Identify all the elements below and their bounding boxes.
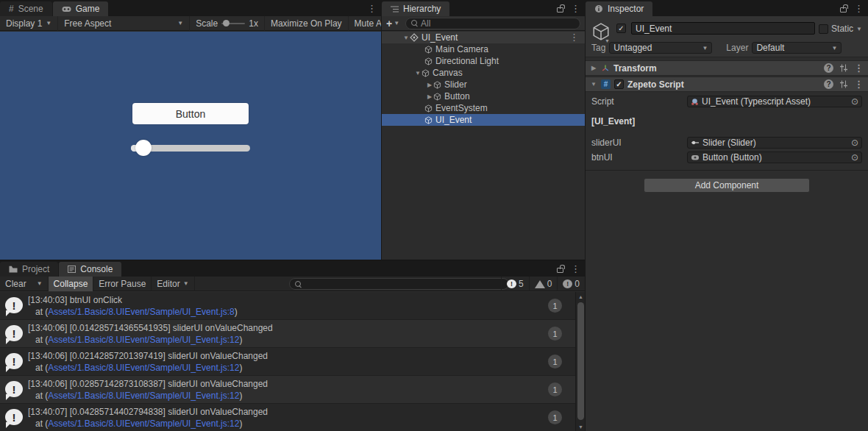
console-log-entry[interactable]: ! [13:40:03] btnUI onClick at (Assets/1.… — [0, 292, 575, 320]
foldout-closed-icon[interactable]: ▶ — [426, 82, 433, 88]
help-icon[interactable]: ? — [824, 79, 833, 89]
lock-icon[interactable] — [557, 7, 563, 13]
log-file-link[interactable]: Assets/1.Basic/8.UIEvent/Sample/UI_Event… — [48, 391, 239, 401]
clear-dropdown-button[interactable]: ▼ — [32, 277, 49, 291]
hierarchy-item-canvas[interactable]: ▼ Canvas — [382, 67, 585, 79]
scroll-up-icon[interactable]: ▲ — [576, 292, 586, 302]
create-object-button[interactable]: +▼ — [385, 18, 401, 29]
scene-header-row[interactable]: ▼ UI_Event ⋮ — [382, 32, 585, 43]
foldout-open-icon[interactable]: ▼ — [414, 70, 421, 76]
hierarchy-item-eventsystem[interactable]: EventSystem — [382, 102, 585, 114]
active-checkbox[interactable]: ✓ — [616, 24, 626, 33]
error-pause-toggle[interactable]: Error Pause — [93, 277, 152, 291]
game-ui-button[interactable]: Button — [132, 103, 249, 124]
console-menu-kebab-icon[interactable]: ⋮ — [571, 264, 580, 274]
log-info-icon: ! — [5, 381, 23, 397]
tab-inspector-label: Inspector — [608, 4, 644, 14]
add-component-button[interactable]: Add Component — [644, 178, 810, 193]
scene-name: UI_Event — [421, 32, 458, 43]
foldout-open-icon[interactable]: ▼ — [590, 81, 597, 88]
hierarchy-item-main-camera[interactable]: Main Camera — [382, 43, 585, 55]
lock-icon[interactable] — [557, 268, 563, 273]
presets-icon[interactable] — [839, 80, 848, 88]
slider-knob[interactable] — [135, 140, 152, 156]
console-scrollbar[interactable]: ▲ ▼ — [575, 292, 585, 431]
console-log-entry[interactable]: ! [13:40:06] [0.02857142873108387] slide… — [0, 376, 575, 404]
object-picker-icon[interactable]: ⊙ — [851, 97, 858, 106]
warning-count-toggle[interactable]: 0 — [529, 277, 558, 291]
game-menu-kebab-icon[interactable]: ⋮ — [367, 4, 377, 13]
console-log-entry[interactable]: ! [13:40:06] [0.02142857201397419] slide… — [0, 348, 575, 376]
transform-component-header[interactable]: ▶ Transform ? ⋮ — [586, 60, 868, 76]
object-picker-icon[interactable]: ⊙ — [851, 138, 858, 147]
console-search-input[interactable] — [289, 278, 509, 290]
plus-icon: + — [386, 18, 392, 29]
game-ui-slider[interactable] — [131, 140, 250, 156]
inspector-menu-kebab-icon[interactable]: ⋮ — [854, 4, 864, 13]
tab-scene[interactable]: # Scene — [0, 1, 52, 16]
sliderui-object-field[interactable]: Slider (Slider) ⊙ — [687, 137, 862, 149]
log-file-link[interactable]: Assets/1.Basic/8.UIEvent/Sample/UI_Event… — [48, 335, 239, 345]
console-toolbar: Clear ▼ Collapse Error Pause Editor▼ ! 5 — [0, 277, 585, 291]
console-log-list: ! [13:40:03] btnUI onClick at (Assets/1.… — [0, 292, 575, 431]
layer-label: Layer — [726, 43, 748, 53]
tab-inspector[interactable]: Inspector — [586, 1, 652, 16]
layer-dropdown[interactable]: Default▼ — [752, 42, 842, 54]
object-picker-icon[interactable]: ⊙ — [851, 153, 858, 162]
editor-dropdown[interactable]: Editor▼ — [152, 277, 194, 291]
scale-slider[interactable] — [221, 23, 245, 24]
console-log-entry[interactable]: ! [13:40:07] [0.04285714402794838] slide… — [0, 404, 575, 431]
script-object-field[interactable]: UI_Event (Typescript Asset) ⊙ — [687, 96, 862, 107]
zepeto-script-component-header[interactable]: ▼ # ✓ Zepeto Script ? ⋮ — [586, 76, 868, 92]
hierarchy-search-input[interactable]: All — [405, 18, 580, 29]
error-count-toggle[interactable]: ! 0 — [557, 277, 585, 291]
scene-kebab-icon[interactable]: ⋮ — [569, 32, 579, 42]
hierarchy-item-slider[interactable]: ▶ Slider — [382, 79, 585, 90]
scrollbar-thumb[interactable] — [577, 302, 584, 420]
btnui-object-field[interactable]: Button (Button) ⊙ — [687, 152, 862, 163]
hierarchy-item-ui-event[interactable]: UI_Event — [382, 114, 585, 126]
mute-audio-button[interactable]: Mute A — [349, 16, 381, 31]
tab-console[interactable]: Console — [59, 262, 121, 277]
component-kebab-icon[interactable]: ⋮ — [854, 63, 864, 73]
cube-icon — [421, 69, 430, 77]
aspect-dropdown[interactable]: Free Aspect▼ — [58, 16, 190, 31]
scroll-down-icon[interactable]: ▼ — [576, 422, 586, 431]
tag-label: Tag — [591, 43, 605, 53]
foldout-closed-icon[interactable]: ▶ — [426, 93, 433, 100]
log-count-badge: 1 — [548, 299, 562, 313]
foldout-open-icon[interactable]: ▼ — [402, 35, 410, 41]
component-kebab-icon[interactable]: ⋮ — [854, 79, 864, 89]
console-log-entry[interactable]: ! [13:40:06] [0.014285714365541935] slid… — [0, 320, 575, 348]
clear-button[interactable]: Clear — [0, 277, 32, 291]
display-dropdown[interactable]: Display 1▼ — [0, 16, 58, 31]
lock-icon[interactable] — [840, 7, 847, 13]
log-file-link[interactable]: Assets/1.Basic/8.UIEvent/Sample/UI_Event… — [48, 307, 234, 317]
inspector-separator — [586, 170, 868, 171]
scale-slider-knob[interactable] — [223, 20, 230, 26]
hierarchy-search-placeholder: All — [421, 18, 430, 29]
chevron-down-icon[interactable]: ▼ — [856, 26, 862, 32]
hierarchy-item-button[interactable]: ▶ Button — [382, 90, 585, 102]
gameobject-name-field[interactable]: UI_Event — [631, 22, 815, 35]
log-count-toggle[interactable]: ! 5 — [501, 277, 529, 291]
tab-project[interactable]: Project — [0, 262, 58, 277]
log-file-link[interactable]: Assets/1.Basic/8.UIEvent/Sample/UI_Event… — [48, 418, 239, 429]
hierarchy-item-directional-light[interactable]: Directional Light — [382, 55, 585, 67]
tab-game[interactable]: Game — [53, 1, 109, 16]
chevron-down-icon: ▼ — [831, 45, 837, 51]
cube-icon — [433, 93, 441, 101]
folder-icon — [9, 266, 18, 273]
foldout-closed-icon[interactable]: ▶ — [590, 65, 597, 71]
tag-dropdown[interactable]: Untagged▼ — [609, 42, 712, 54]
btnui-label: btnUI — [591, 152, 687, 163]
hierarchy-menu-kebab-icon[interactable]: ⋮ — [571, 4, 580, 13]
help-icon[interactable]: ? — [824, 63, 833, 73]
maximize-on-play-button[interactable]: Maximize On Play — [265, 16, 349, 31]
collapse-toggle[interactable]: Collapse — [49, 277, 94, 291]
static-checkbox[interactable] — [819, 24, 828, 34]
log-file-link[interactable]: Assets/1.Basic/8.UIEvent/Sample/UI_Event… — [48, 363, 239, 373]
component-enabled-checkbox[interactable]: ✓ — [614, 79, 624, 89]
tab-hierarchy[interactable]: Hierarchy — [382, 1, 449, 16]
presets-icon[interactable] — [839, 64, 848, 72]
